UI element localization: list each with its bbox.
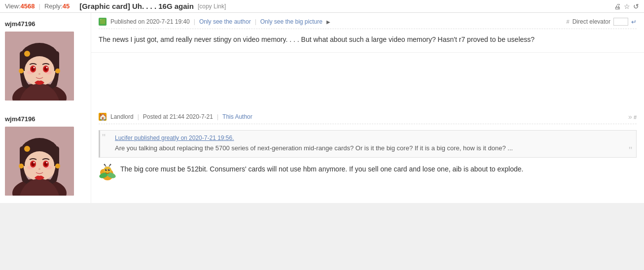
svg-point-43 [106, 169, 107, 170]
hash-symbol: # [567, 19, 570, 25]
quote-close-icon: " [629, 145, 632, 155]
svg-point-14 [46, 67, 48, 68]
post1-block: 🟩 Published on 2020-7-21 19:40 | Only se… [91, 13, 644, 53]
post2-sidebar: wjm47196 [0, 108, 91, 203]
copy-link-button[interactable]: [copy Link] [198, 3, 226, 10]
quote-body-text: Are you talking about replacing the 5700… [115, 143, 630, 153]
landlord-icon: 🏠 [99, 113, 107, 121]
only-picture-link[interactable]: Only see the big picture [260, 18, 322, 25]
reply-label: Reply: [44, 2, 63, 10]
post2-layout: wjm47196 [0, 108, 644, 203]
svg-point-11 [34, 67, 35, 68]
top-bar-actions: 🖨 ☆ ↺ [614, 2, 639, 10]
post2-username: wjm47196 [5, 115, 86, 123]
separator1: | [38, 2, 40, 10]
bookmark-icon[interactable]: ☆ [624, 2, 630, 10]
print-icon[interactable]: 🖨 [614, 2, 621, 10]
emoji-reply-row: The big core must be 512bit. Consumers' … [99, 164, 637, 181]
svg-point-30 [34, 162, 35, 164]
published-text: Published on 2020-7-21 19:40 [110, 18, 190, 25]
published-icon: 🟩 [99, 18, 107, 26]
go-button[interactable]: ↵ [631, 18, 637, 26]
post1-layout: wjm47196 [0, 13, 644, 108]
svg-point-34 [38, 169, 40, 170]
top-bar: View: 4568 | Reply: 45 [Graphic card] Uh… [0, 0, 644, 13]
view-count: 4568 [21, 2, 35, 10]
meta-sep2: | [255, 18, 256, 25]
svg-point-25 [25, 151, 54, 179]
picture-arrow-icon: ▶ [326, 19, 330, 25]
posted-time: Posted at 21:44 2020-7-21 [143, 113, 213, 120]
quote-open-icon: " [102, 133, 106, 142]
quote-block: " Lucifer published greatly on 2020-7-21… [99, 130, 637, 158]
svg-point-46 [104, 164, 106, 165]
post1-avatar [5, 32, 74, 101]
svg-point-18 [24, 51, 30, 57]
svg-point-44 [109, 169, 110, 170]
svg-point-17 [55, 68, 60, 73]
svg-point-48 [110, 164, 111, 165]
hash-num: # [634, 114, 637, 120]
quote-arrows-icon: » [628, 113, 632, 121]
view-label: View: [5, 2, 21, 10]
reply-count: 45 [63, 2, 70, 10]
post2-avatar [5, 127, 74, 196]
post1-text: The news I just got, amd really never st… [99, 34, 637, 45]
post1-username: wjm47196 [5, 20, 86, 28]
direct-elevator-label: Direct elevator [572, 18, 610, 25]
post1-meta: 🟩 Published on 2020-7-21 19:40 | Only se… [99, 18, 637, 29]
post2-meta: 🏠 Landlord | Posted at 21:44 2020-7-21 |… [99, 113, 637, 124]
meta-sep3: | [138, 113, 139, 120]
post2-content: 🏠 Landlord | Posted at 21:44 2020-7-21 |… [91, 108, 644, 203]
this-author-tag: This Author [222, 113, 252, 120]
post1-meta-right: # Direct elevator ↵ [567, 18, 637, 26]
reply-text: The big core must be 512bit. Consumers' … [120, 164, 523, 174]
svg-point-37 [24, 146, 30, 152]
svg-point-35 [19, 164, 24, 169]
emoji-icon [99, 164, 116, 181]
landlord-label: Landlord [110, 113, 134, 120]
meta-sep4: | [217, 113, 218, 120]
svg-point-33 [46, 162, 48, 164]
only-author-link[interactable]: Only see the author [199, 18, 251, 25]
post2-meta-right: » # [628, 113, 637, 121]
meta-sep1: | [194, 18, 195, 25]
svg-point-15 [38, 73, 40, 75]
direct-elevator-input[interactable] [613, 18, 628, 26]
post1-sidebar: wjm47196 [0, 13, 91, 108]
svg-point-16 [19, 68, 24, 73]
refresh-icon[interactable]: ↺ [633, 2, 639, 10]
page-title: [Graphic card] Uh. . . . 16G again [79, 2, 194, 10]
post1-content: 🟩 Published on 2020-7-21 19:40 | Only se… [91, 13, 644, 108]
svg-point-36 [55, 164, 60, 169]
quote-author-link[interactable]: Lucifer published greatly on 2020-7-21 1… [115, 135, 630, 141]
svg-point-6 [25, 56, 54, 84]
